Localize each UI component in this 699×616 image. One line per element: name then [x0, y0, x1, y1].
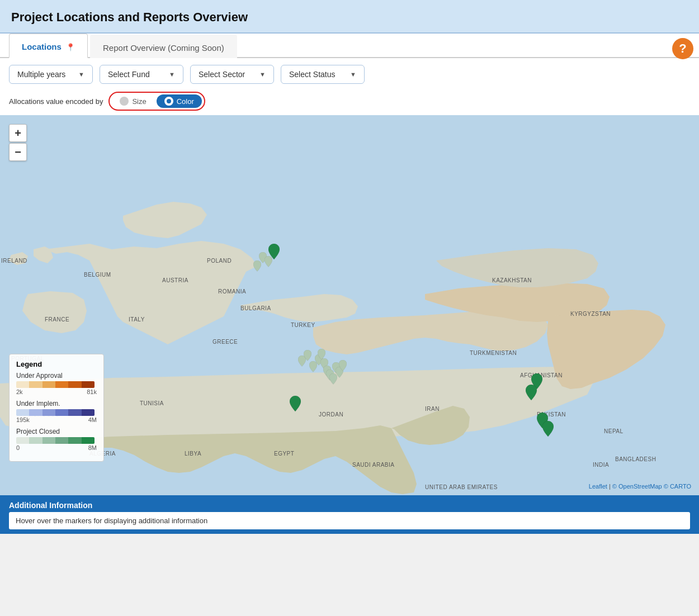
size-toggle-option[interactable]: Size [112, 94, 154, 108]
sector-filter-label: Select Sector [199, 70, 245, 79]
size-toggle-label: Size [132, 97, 146, 106]
legend-items: Under Approval2k81kUnder Implem.195k4MPr… [16, 372, 97, 451]
legend-range: 195k4M [16, 416, 97, 423]
legend-title: Legend [16, 360, 97, 368]
chevron-down-icon: ▼ [169, 71, 175, 78]
page-title: Project Locations and Reports Overview [11, 10, 688, 25]
toggle-row: Allocations value encoded by Size Color [0, 88, 699, 115]
legend-item-label: Project Closed [16, 428, 97, 435]
tabs-bar: Locations 📍 Report Overview (Coming Soon… [0, 34, 699, 58]
legend-bar-segment [82, 437, 95, 444]
legend-bar-segment [16, 381, 29, 388]
encoding-toggle-group: Size Color [108, 92, 205, 111]
zoom-in-button[interactable]: + [9, 124, 27, 142]
legend-bar-segment [55, 381, 68, 388]
legend: Legend Under Approval2k81kUnder Implem.1… [9, 354, 104, 462]
color-radio-icon [164, 97, 173, 106]
toggle-prefix-text: Allocations value encoded by [9, 97, 103, 106]
help-button[interactable]: ? [672, 38, 693, 59]
legend-item: Under Approval2k81k [16, 372, 97, 395]
zoom-out-button[interactable]: − [9, 143, 27, 161]
legend-bar-segment [29, 381, 42, 388]
legend-bar-segment [82, 381, 95, 388]
legend-item: Under Implem.195k4M [16, 400, 97, 423]
map-marker[interactable] [339, 360, 347, 371]
chevron-down-icon: ▼ [259, 71, 266, 78]
legend-item-label: Under Approval [16, 372, 97, 380]
map-attribution: Leaflet | © OpenStreetMap © CARTO [589, 483, 691, 490]
filters-bar: Multiple years ▼ Select Fund ▼ Select Se… [0, 58, 699, 88]
color-toggle-option[interactable]: Color [157, 94, 202, 108]
legend-bar-segment [29, 437, 42, 444]
leaflet-link[interactable]: Leaflet [589, 483, 607, 490]
legend-item: Project Closed08M [16, 428, 97, 451]
tab-locations-label: Locations [22, 42, 62, 51]
page-wrapper: Project Locations and Reports Overview L… [0, 0, 699, 534]
legend-bar-segment [68, 381, 81, 388]
legend-range: 2k81k [16, 388, 97, 395]
status-filter[interactable]: Select Status ▼ [281, 65, 365, 84]
tab-report-label: Report Overview (Coming Soon) [103, 43, 224, 53]
additional-info-section: Additional Information Hover over the ma… [0, 495, 699, 534]
legend-range: 08M [16, 444, 97, 451]
legend-item-label: Under Implem. [16, 400, 97, 407]
chevron-down-icon: ▼ [350, 71, 356, 78]
map-marker[interactable] [268, 244, 280, 259]
fund-filter[interactable]: Select Fund ▼ [100, 65, 183, 84]
map-marker[interactable] [526, 385, 537, 400]
legend-bar-segment [82, 409, 95, 416]
legend-bar-segment [42, 409, 55, 416]
color-toggle-label: Color [177, 97, 194, 106]
map-background [0, 115, 699, 495]
sector-filter[interactable]: Select Sector ▼ [190, 65, 274, 84]
legend-bar-segment [29, 409, 42, 416]
legend-color-bar [16, 409, 95, 416]
status-filter-label: Select Status [289, 70, 336, 79]
map-marker[interactable] [542, 421, 554, 437]
page-header: Project Locations and Reports Overview [0, 0, 699, 34]
map-container[interactable]: IRELANDBELGIUMFRANCEPORTUGALMOROCCOALGER… [0, 115, 699, 495]
year-filter-label: Multiple years [17, 70, 65, 79]
fund-filter-label: Select Fund [108, 70, 150, 79]
carto-link[interactable]: © CARTO [664, 483, 691, 490]
legend-color-bar [16, 437, 95, 444]
pin-icon: 📍 [66, 43, 75, 51]
legend-bar-segment [42, 437, 55, 444]
year-filter[interactable]: Multiple years ▼ [9, 65, 93, 84]
zoom-controls: + − [9, 124, 27, 161]
legend-bar-segment [16, 409, 29, 416]
tab-report[interactable]: Report Overview (Coming Soon) [90, 35, 237, 58]
osm-link[interactable]: © OpenStreetMap [612, 483, 662, 490]
legend-bar-segment [55, 409, 68, 416]
legend-bar-segment [68, 409, 81, 416]
size-radio-icon [120, 97, 129, 106]
map-marker[interactable] [304, 350, 311, 361]
map-marker[interactable] [290, 396, 301, 411]
legend-color-bar [16, 381, 95, 388]
additional-info-title: Additional Information [9, 501, 690, 510]
additional-info-body: Hover over the markers for displaying ad… [9, 512, 690, 529]
tab-locations[interactable]: Locations 📍 [9, 34, 88, 58]
legend-bar-segment [42, 381, 55, 388]
chevron-down-icon: ▼ [78, 71, 84, 78]
legend-bar-segment [55, 437, 68, 444]
legend-bar-segment [68, 437, 81, 444]
legend-bar-segment [16, 437, 29, 444]
